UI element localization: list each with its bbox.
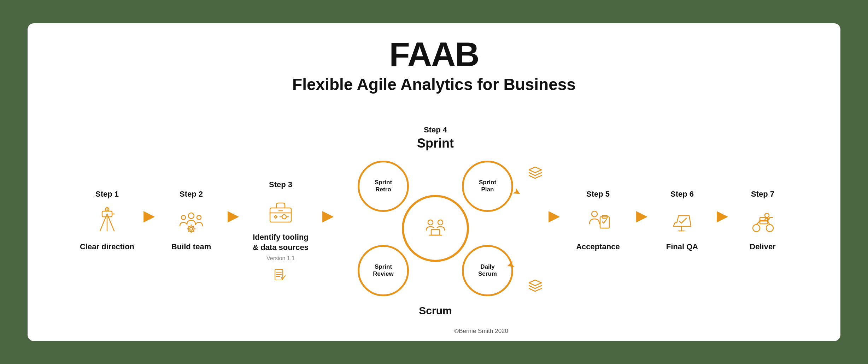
step-3-name: Identify tooling& data sources (253, 232, 309, 252)
svg-point-38 (753, 225, 760, 232)
svg-rect-32 (431, 229, 440, 235)
arrow-2-3: ▶ (228, 207, 239, 224)
main-container: FAAB Flexible Agile Analytics for Busine… (28, 23, 840, 341)
sprint-plan-label: SprintPlan (479, 179, 496, 193)
svg-line-18 (189, 231, 189, 232)
center-circle (402, 195, 469, 262)
step-5-icon (584, 205, 612, 237)
step-5-name: Acceptance (576, 242, 620, 252)
arrow-6-7: ▶ (717, 207, 728, 224)
step-6-icon (668, 205, 696, 237)
step-7-label: Step 7 (751, 190, 774, 199)
svg-line-16 (189, 226, 189, 227)
step-2-label: Step 2 (180, 190, 203, 199)
stack-icon-top (527, 165, 543, 179)
daily-scrum-circle: DailyScrum (462, 245, 513, 296)
step-6-block: Step 6 Final QA (654, 190, 710, 252)
step-4-block: Step 4 Sprint SprintRetro SprintPlan Spr… (344, 125, 527, 317)
sprint-review-label: SprintReview (373, 263, 394, 278)
arrow-4-5: ▶ (549, 207, 560, 224)
svg-point-30 (428, 220, 433, 225)
arrow-5-6: ▶ (636, 207, 647, 224)
step-1-label: Step 1 (95, 190, 119, 199)
step-1-block: Step 1 Clear directio (77, 190, 137, 252)
copyright: ©Bernie Smith 2020 (454, 328, 508, 335)
flow-area: Step 1 Clear directio (49, 112, 819, 330)
svg-line-17 (193, 231, 194, 232)
sprint-retro-label: SprintRetro (375, 179, 392, 193)
step-3-sub-icon (274, 269, 288, 283)
step-3-label: Step 3 (269, 180, 292, 189)
svg-rect-20 (270, 208, 291, 222)
step-7-block: Step 7 Deliver (734, 190, 791, 252)
arrow-1-2: ▶ (143, 207, 155, 224)
svg-point-11 (190, 227, 193, 230)
stack-icon-bottom (527, 278, 543, 292)
sprint-title: Sprint (417, 136, 454, 151)
svg-point-8 (181, 215, 186, 220)
svg-point-39 (766, 225, 773, 232)
step-6-name: Final QA (666, 242, 698, 252)
step-1-icon (93, 205, 121, 237)
daily-scrum-label: DailyScrum (478, 263, 497, 278)
svg-point-9 (197, 215, 201, 220)
step-3-block: Step 3 Identify tooling& data sources Ve… (245, 180, 316, 262)
sprint-retro-circle: SprintRetro (358, 161, 409, 212)
step-5-block: Step 5 Acceptance (566, 190, 630, 252)
svg-line-19 (193, 226, 194, 227)
svg-point-7 (188, 213, 194, 219)
sprint-circles: SprintRetro SprintPlan SprintReview Dail… (347, 154, 524, 303)
sprint-plan-circle: SprintPlan (462, 161, 513, 212)
arrow-3-4: ▶ (322, 207, 334, 224)
step-2-icon (177, 205, 205, 237)
step-6-label: Step 6 (670, 190, 694, 199)
scrum-label: Scrum (419, 305, 452, 317)
svg-point-31 (438, 220, 443, 225)
step-7-name: Deliver (750, 242, 775, 252)
step-1-name: Clear direction (80, 242, 134, 252)
page-subtitle: Flexible Agile Analytics for Business (292, 75, 576, 94)
step-7-icon (749, 205, 777, 237)
step-5-label: Step 5 (586, 190, 610, 199)
page-title: FAAB (389, 37, 479, 71)
step-2-block: Step 2 (161, 190, 221, 252)
step-3-version: Version 1.1 (266, 255, 295, 262)
step-4-label: Step 4 (424, 125, 447, 135)
svg-point-33 (592, 211, 597, 217)
svg-point-23 (282, 215, 286, 219)
step-2-name: Build team (171, 242, 211, 252)
svg-point-42 (765, 213, 769, 217)
step-3-icon (266, 196, 295, 227)
sprint-review-circle: SprintReview (358, 245, 409, 296)
